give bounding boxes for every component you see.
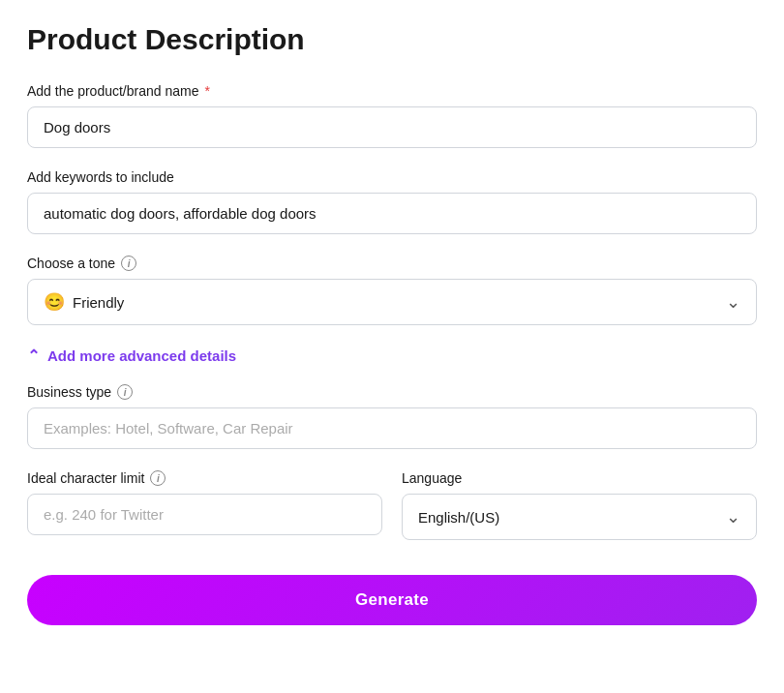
keywords-input[interactable] xyxy=(27,193,757,234)
language-label: Language xyxy=(402,470,757,486)
tone-select-wrapper: 😊 Friendly ⌄ xyxy=(27,279,757,325)
language-select-wrapper: English/(US) ⌄ xyxy=(402,494,757,540)
two-col-row: Ideal character limit i Language English… xyxy=(27,470,757,561)
business-type-info-icon[interactable]: i xyxy=(117,384,133,400)
language-section: Language English/(US) ⌄ xyxy=(402,470,757,540)
keywords-label: Add keywords to include xyxy=(27,169,757,185)
advanced-toggle[interactable]: ⌃ Add more advanced details xyxy=(27,346,757,365)
char-limit-section: Ideal character limit i xyxy=(27,470,382,540)
product-name-section: Add the product/brand name * xyxy=(27,83,757,148)
char-limit-info-icon[interactable]: i xyxy=(150,470,166,486)
language-chevron-down-icon: ⌄ xyxy=(726,506,740,527)
product-name-label: Add the product/brand name * xyxy=(27,83,757,99)
keywords-section: Add keywords to include xyxy=(27,169,757,234)
tone-emoji: 😊 xyxy=(44,291,65,313)
required-indicator: * xyxy=(204,83,209,99)
language-selected-text: English/(US) xyxy=(418,509,499,526)
tone-select[interactable]: 😊 Friendly ⌄ xyxy=(27,279,757,325)
language-select[interactable]: English/(US) ⌄ xyxy=(402,494,757,540)
advanced-toggle-label: Add more advanced details xyxy=(47,347,236,364)
page-title: Product Description xyxy=(27,23,757,56)
char-limit-input[interactable] xyxy=(27,494,382,535)
generate-button[interactable]: Generate xyxy=(27,575,757,625)
business-type-section: Business type i xyxy=(27,384,757,449)
business-type-label: Business type i xyxy=(27,384,757,400)
business-type-input[interactable] xyxy=(27,407,757,449)
tone-chevron-down-icon: ⌄ xyxy=(726,291,740,313)
tone-label: Choose a tone i xyxy=(27,256,757,271)
tone-selected-text: Friendly xyxy=(73,294,124,311)
chevron-up-icon: ⌃ xyxy=(27,346,40,365)
product-name-input[interactable] xyxy=(27,106,757,148)
page-container: Product Description Add the product/bran… xyxy=(0,0,784,652)
char-limit-label: Ideal character limit i xyxy=(27,470,382,486)
tone-section: Choose a tone i 😊 Friendly ⌄ xyxy=(27,256,757,325)
tone-info-icon[interactable]: i xyxy=(121,256,136,271)
